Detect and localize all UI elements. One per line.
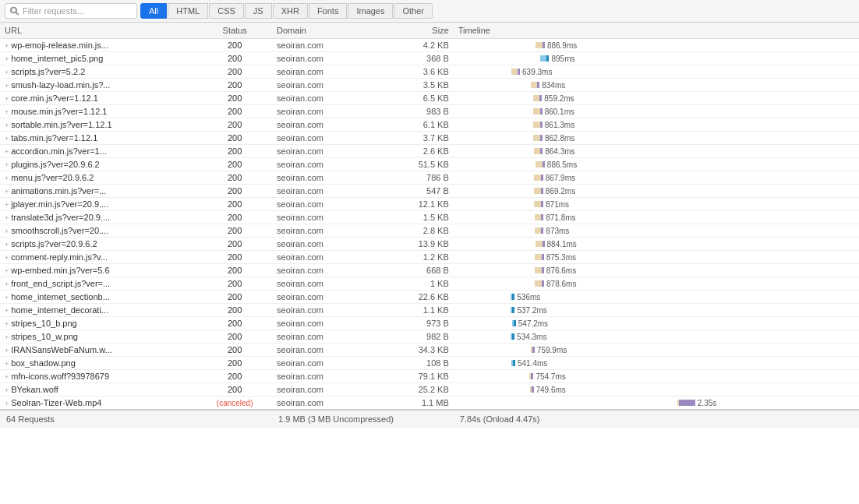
domain-cell: seoiran.com: [272, 92, 379, 105]
size-cell: 34.3 KB: [379, 344, 454, 357]
status-cell: 200: [197, 317, 272, 330]
timing-label: 834ms: [542, 81, 565, 90]
wait-bar: [535, 280, 542, 287]
table-row[interactable]: +smush-lazy-load.min.js?...200seoiran.co…: [0, 79, 859, 92]
size-cell: 25.2 KB: [379, 383, 454, 397]
table-row[interactable]: +core.min.js?ver=1.12.1200seoiran.com6.5…: [0, 92, 859, 105]
recv-bar: [513, 360, 515, 366]
expand-icon: +: [5, 69, 9, 76]
table-row[interactable]: +home_internet_pic5.png200seoiran.com368…: [0, 52, 859, 65]
expand-icon: +: [5, 188, 9, 196]
domain-cell: seoiran.com: [272, 264, 379, 277]
recv-bar: [540, 135, 543, 141]
timeline-cell: 895ms: [454, 52, 859, 65]
table-row[interactable]: +wp-emoji-release.min.js...200seoiran.co…: [0, 39, 859, 52]
status-cell: 200: [197, 198, 272, 211]
size-cell: 13.9 KB: [379, 238, 454, 251]
table-row[interactable]: +BYekan.woff200seoiran.com25.2 KB749.6ms: [0, 383, 859, 397]
recv-bar: [542, 254, 544, 260]
table-row[interactable]: +smoothscroll.js?ver=20....200seoiran.co…: [0, 224, 859, 238]
timing-label: 541.4ms: [518, 359, 547, 368]
table-row[interactable]: +stripes_10_w.png200seoiran.com982 B534.…: [0, 330, 859, 344]
timing-label: 861.3ms: [545, 121, 574, 129]
tab-all[interactable]: All: [140, 3, 167, 19]
table-row[interactable]: +tabs.min.js?ver=1.12.1200seoiran.com3.7…: [0, 132, 859, 145]
col-header-timeline[interactable]: Timeline: [454, 23, 859, 39]
table-row[interactable]: +menu.js?ver=20.9.6.2200seoiran.com786 B…: [0, 171, 859, 185]
timeline-cell: 871.8ms: [454, 211, 859, 224]
size-cell: 2.8 KB: [379, 224, 454, 238]
domain-cell: seoiran.com: [272, 357, 379, 370]
table-row[interactable]: +plugins.js?ver=20.9.6.2200seoiran.com51…: [0, 158, 859, 171]
domain-cell: seoiran.com: [272, 224, 379, 238]
wait-bar: [533, 135, 540, 141]
recv-bar: [531, 373, 533, 379]
domain-cell: seoiran.com: [272, 211, 379, 224]
filter-input[interactable]: [5, 3, 137, 19]
timeline-cell: 834ms: [454, 79, 859, 92]
table-row[interactable]: +translate3d.js?ver=20.9....200seoiran.c…: [0, 211, 859, 224]
table-row[interactable]: +mouse.min.js?ver=1.12.1200seoiran.com98…: [0, 105, 859, 118]
table-row[interactable]: +comment-reply.min.js?v...200seoiran.com…: [0, 251, 859, 264]
wait-bar: [536, 241, 543, 247]
footer-requests: 64 Requests: [0, 410, 272, 428]
table-row[interactable]: +IRANSansWebFaNum.w...200seoiran.com34.3…: [0, 344, 859, 357]
url-cell: +mfn-icons.woff?93978679: [0, 370, 197, 383]
table-row[interactable]: +scripts.js?ver=5.2.2200seoiran.com3.6 K…: [0, 65, 859, 79]
col-header-status[interactable]: Status: [197, 23, 272, 39]
url-cell: +core.min.js?ver=1.12.1: [0, 92, 197, 105]
table-row[interactable]: +home_internet_sectionb...200seoiran.com…: [0, 291, 859, 304]
col-header-size[interactable]: Size: [379, 23, 454, 39]
tab-other[interactable]: Other: [394, 3, 433, 19]
tab-html[interactable]: HTML: [168, 3, 208, 19]
tab-fonts[interactable]: Fonts: [309, 3, 348, 19]
table-row[interactable]: +jplayer.min.js?ver=20.9....200seoiran.c…: [0, 198, 859, 211]
table-row[interactable]: +stripes_10_b.png200seoiran.com973 B547.…: [0, 317, 859, 330]
url-cell: +animations.min.js?ver=...: [0, 185, 197, 198]
table-row[interactable]: +home_internet_decorati...200seoiran.com…: [0, 304, 859, 317]
recv-bar: [679, 400, 695, 406]
url-cell: +accordion.min.js?ver=1...: [0, 145, 197, 158]
table-row[interactable]: +sortable.min.js?ver=1.12.1200seoiran.co…: [0, 118, 859, 132]
domain-cell: seoiran.com: [272, 79, 379, 92]
table-row[interactable]: +mfn-icons.woff?93978679200seoiran.com79…: [0, 370, 859, 383]
url-cell: +home_internet_pic5.png: [0, 52, 197, 65]
table-row[interactable]: +animations.min.js?ver=...200seoiran.com…: [0, 185, 859, 198]
col-header-url[interactable]: URL: [0, 23, 197, 39]
recv-bar: [541, 201, 543, 207]
tab-images[interactable]: Images: [348, 3, 393, 19]
table-row[interactable]: +front_end_script.js?ver=...200seoiran.c…: [0, 277, 859, 291]
status-cell: 200: [197, 52, 272, 65]
timeline-cell: 886.5ms: [454, 158, 859, 171]
table-container[interactable]: URL Status Domain Size Timeline +wp-emoj…: [0, 23, 859, 474]
table-row[interactable]: +Seolran-Tizer-Web.mp4(canceled)seoiran.…: [0, 397, 859, 411]
timeline-cell: 754.7ms: [454, 370, 859, 383]
size-cell: 79.1 KB: [379, 370, 454, 383]
col-header-domain[interactable]: Domain: [272, 23, 379, 39]
timing-label: 895ms: [551, 55, 574, 63]
timing-label: 884.1ms: [547, 240, 577, 248]
timing-label: 869.2ms: [546, 187, 575, 196]
recv-bar: [540, 148, 543, 154]
expand-icon: +: [5, 320, 9, 328]
timeline-cell: 541.4ms: [454, 357, 859, 370]
timeline-cell: 759.9ms: [454, 344, 859, 357]
table-row[interactable]: +accordion.min.js?ver=1...200seoiran.com…: [0, 145, 859, 158]
table-row[interactable]: +wp-embed.min.js?ver=5.6200seoiran.com66…: [0, 264, 859, 277]
tab-xhr[interactable]: XHR: [273, 3, 308, 19]
size-cell: 1.1 MB: [379, 397, 454, 411]
url-cell: +home_internet_decorati...: [0, 304, 197, 317]
domain-cell: seoiran.com: [272, 277, 379, 291]
size-cell: 668 B: [379, 264, 454, 277]
table-row[interactable]: +scripts.js?ver=20.9.6.2200seoiran.com13…: [0, 238, 859, 251]
toolbar: AllHTMLCSSJSXHRFontsImagesOther: [0, 0, 859, 23]
expand-icon: +: [5, 386, 9, 394]
domain-cell: seoiran.com: [272, 330, 379, 344]
tab-js[interactable]: JS: [245, 3, 272, 19]
tab-css[interactable]: CSS: [209, 3, 244, 19]
domain-cell: seoiran.com: [272, 171, 379, 185]
wait-bar: [536, 42, 543, 48]
timeline-cell: 537.2ms: [454, 304, 859, 317]
table-row[interactable]: +box_shadow.png200seoiran.com108 B541.4m…: [0, 357, 859, 370]
timeline-cell: 749.6ms: [454, 383, 859, 397]
